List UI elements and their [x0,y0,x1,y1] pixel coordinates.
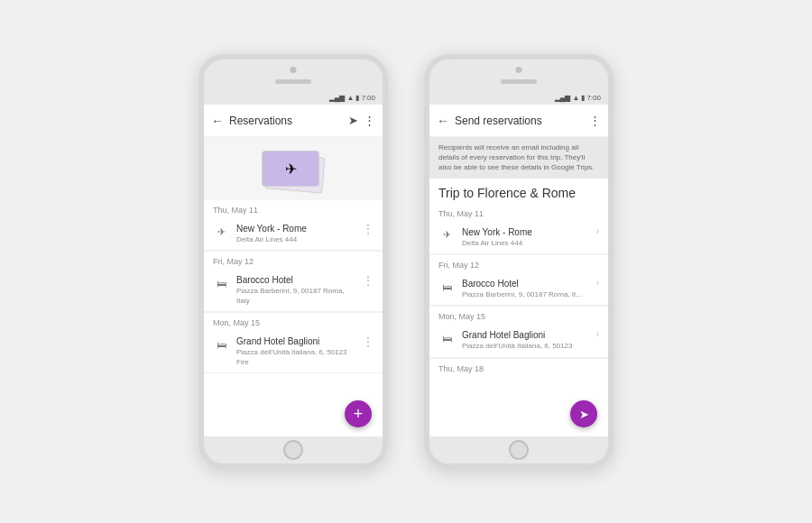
flight-icon-1: ✈ [213,224,229,240]
res-item-flight-2[interactable]: ✈ New York - Rome Delta Air Lines 444 › [429,221,608,254]
phone-screen-2: ← Send reservations ⋮ Recipients will re… [429,105,608,436]
ticket-front: ✈ [262,151,319,187]
app-title-2: Send reservations [455,115,589,127]
res-info-flight-1: New York - Rome Delta Air Lines 444 [236,223,355,244]
hotel-icon-4: 🛏 [438,330,455,346]
camera-1 [291,67,297,73]
app-bar-actions-2: ⋮ [589,114,601,127]
res-title-flight-2: New York - Rome [462,226,589,238]
app-bar-2: ← Send reservations ⋮ [429,105,608,137]
res-info-hotel-2: Grand Hotel Baglioni Piazza dell'Unità I… [236,335,355,367]
status-bar-1: ▂▄▆ ▲ ▮ 7:00 [204,90,383,105]
home-button-2[interactable] [509,440,529,460]
hotel-icon-1: 🛏 [213,275,229,291]
chevron-flight-2: › [596,226,599,236]
section-date-2-2: Mon, May 15 [429,307,608,324]
phone-screen-1: ← Reservations ➤ ⋮ ✈ Thu, May 11 ✈ New Y… [204,105,383,436]
res-title-hotel-3: Barocco Hotel [462,278,589,289]
ticket-visual: ✈ [257,146,329,191]
top-bezel-2 [429,60,608,90]
back-button-1[interactable]: ← [211,114,224,128]
wifi-icon: ▲ [347,94,355,102]
res-subtitle-flight-2: Delta Air Lines 444 [462,239,589,248]
section-date-1-2: Mon, May 15 [204,313,383,330]
battery-icon-2: ▮ [581,94,585,102]
res-info-hotel-4: Grand Hotel Baglioni Piazza dell'Unità I… [462,329,589,351]
res-item-hotel-4[interactable]: 🛏 Grand Hotel Baglioni Piazza dell'Unità… [429,324,608,357]
chevron-hotel-3: › [596,278,599,288]
hotel-icon-3: 🛏 [438,279,455,295]
more-menu-hotel-1[interactable]: ⋮ [363,274,374,287]
app-title-1: Reservations [229,115,348,127]
send-fab[interactable]: ➤ [570,400,597,427]
res-title-hotel-4: Grand Hotel Baglioni [462,329,589,341]
more-menu-hotel-2[interactable]: ⋮ [363,335,374,348]
camera-2 [516,67,522,73]
time-display-1: 7:00 [361,94,375,102]
more-icon-2[interactable]: ⋮ [589,114,601,127]
top-bezel-1 [204,60,383,90]
back-button-2[interactable]: ← [437,114,449,128]
section-date-1-1: Fri, May 12 [204,252,383,269]
res-item-flight-1[interactable]: ✈ New York - Rome Delta Air Lines 444 ⋮ [204,217,383,251]
section-date-2-3: Thu, May 18 [429,359,608,376]
status-bar-2: ▂▄▆ ▲ ▮ 7:00 [429,90,608,105]
battery-icon: ▮ [355,94,359,102]
send-notice: Recipients will receive an email includi… [429,137,608,179]
res-subtitle-flight-1: Delta Air Lines 444 [236,235,355,244]
res-subtitle-hotel-1: Piazza Barberini, 9, 00187 Roma, Italy [236,287,355,306]
res-title-flight-1: New York - Rome [236,223,355,234]
section-date-2-0: Thu, May 11 [429,204,608,221]
bottom-bezel-1 [204,436,383,463]
phone-1: ▂▄▆ ▲ ▮ 7:00 ← Reservations ➤ ⋮ ✈ Thu, M… [198,54,388,469]
res-item-hotel-3[interactable]: 🛏 Barocco Hotel Piazza Barberini, 9, 001… [429,272,608,306]
section-date-2-1: Fri, May 12 [429,255,608,272]
flight-icon-2: ✈ [438,227,455,243]
chevron-hotel-4: › [596,329,599,339]
hotel-icon-2: 🛏 [213,336,229,353]
res-subtitle-hotel-2: Piazza dell'Unità Italiana, 6, 50123 Fir… [236,348,355,367]
signal-icon-2: ▂▄▆ [555,94,571,102]
res-info-hotel-1: Barocco Hotel Piazza Barberini, 9, 00187… [236,274,355,306]
res-title-hotel-2: Grand Hotel Baglioni [236,335,355,347]
res-info-flight-2: New York - Rome Delta Air Lines 444 [462,226,589,248]
res-item-hotel-1[interactable]: 🛏 Barocco Hotel Piazza Barberini, 9, 001… [204,269,383,312]
home-button-1[interactable] [283,440,303,460]
res-subtitle-hotel-3: Piazza Barberini, 9, 00187 Roma, It... [462,290,589,299]
wifi-icon-2: ▲ [573,94,580,102]
signal-icon: ▂▄▆ [329,94,346,102]
add-fab-1[interactable]: + [345,400,372,427]
res-item-hotel-2[interactable]: 🛏 Grand Hotel Baglioni Piazza dell'Unità… [204,330,383,373]
bottom-bezel-2 [429,436,608,463]
app-bar-1: ← Reservations ➤ ⋮ [204,105,383,137]
phone-2: ▂▄▆ ▲ ▮ 7:00 ← Send reservations ⋮ Recip… [424,54,614,469]
speaker-2 [501,79,537,84]
status-icons-2: ▂▄▆ ▲ ▮ 7:00 [555,94,601,102]
res-title-hotel-1: Barocco Hotel [236,274,355,286]
res-info-hotel-3: Barocco Hotel Piazza Barberini, 9, 00187… [462,278,589,299]
send-icon-1[interactable]: ➤ [348,114,358,127]
more-icon-1[interactable]: ⋮ [364,114,375,127]
app-bar-actions-1: ➤ ⋮ [348,114,375,127]
speaker-1 [275,79,311,84]
status-icons-1: ▂▄▆ ▲ ▮ 7:00 [329,94,375,102]
hero-area-1: ✈ [204,137,383,200]
time-display-2: 7:00 [586,94,601,102]
res-subtitle-hotel-4: Piazza dell'Unità Italiana, 6, 50123 [462,342,589,351]
trip-heading: Trip to Florence & Rome [429,179,608,204]
more-menu-flight-1[interactable]: ⋮ [363,223,374,235]
section-date-1-0: Thu, May 11 [204,200,383,217]
